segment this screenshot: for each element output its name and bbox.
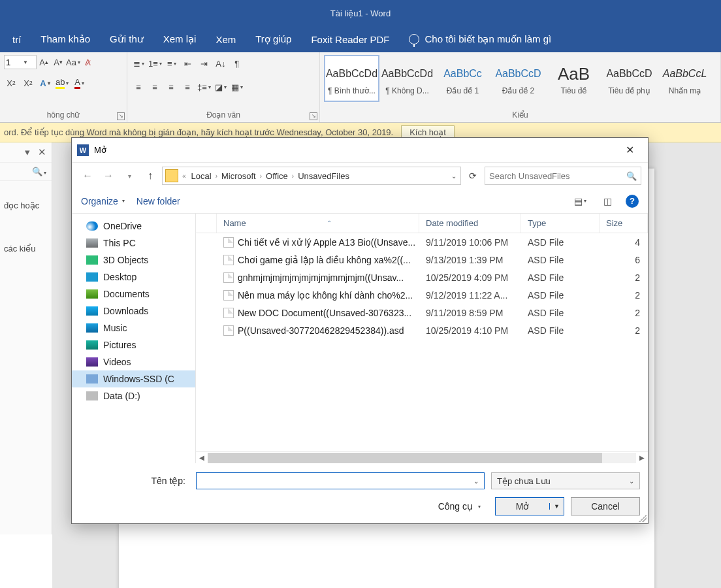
shrink-font-button[interactable]: A▾ (51, 55, 65, 69)
superscript-button[interactable]: X2 (21, 76, 35, 90)
justify-button[interactable]: ≡ (180, 80, 195, 94)
nav-back-button[interactable]: ← (78, 167, 97, 185)
search-box[interactable]: 🔍 (485, 167, 641, 185)
open-split-dropdown[interactable]: ▼ (549, 503, 564, 510)
tree-item[interactable]: Desktop (72, 269, 195, 286)
increase-indent-button[interactable]: ⇥ (197, 56, 212, 71)
horizontal-scrollbar[interactable]: ◀ ▶ (196, 451, 648, 463)
file-row[interactable]: P((Unsaved-307720462829452384)).asd10/25… (196, 321, 648, 339)
text-effects-button[interactable]: A▾ (38, 76, 52, 90)
numbering-button[interactable]: 1≡▾ (148, 56, 163, 71)
ribbon-tab[interactable]: Xem (206, 26, 246, 52)
nav-up-button[interactable]: ↑ (141, 167, 159, 185)
scroll-left-button[interactable]: ◀ (196, 453, 208, 463)
breadcrumb[interactable]: UnsavedFiles (295, 171, 352, 181)
decrease-indent-button[interactable]: ⇤ (181, 56, 195, 71)
tree-item[interactable]: Data (D:) (72, 387, 195, 404)
ribbon-tab[interactable]: Gửi thư (100, 26, 153, 52)
search-input[interactable] (489, 171, 626, 181)
file-row[interactable]: New DOC Document((Unsaved-3076323...9/11… (196, 304, 648, 321)
font-color-button[interactable]: A▾ (72, 76, 86, 90)
dialog-launcher-icon[interactable]: ↘ (117, 112, 125, 120)
tools-menu[interactable]: Công cụ▾ (438, 501, 481, 512)
grow-font-button[interactable]: A▴ (37, 55, 51, 69)
breadcrumb[interactable]: Microsoft (219, 171, 259, 181)
tree-item[interactable]: This PC (72, 235, 195, 252)
subscript-button[interactable]: X2 (4, 76, 18, 90)
styles-gallery[interactable]: AaBbCcDd¶ Bình thườ...AaBbCcDd¶ Không D.… (324, 55, 713, 102)
preview-pane-button[interactable]: ◫ (598, 194, 617, 208)
shading-button[interactable]: ◪▾ (214, 80, 228, 94)
filename-input[interactable] (199, 476, 471, 486)
file-list-header[interactable]: Name⌃ Date modified Type Size (196, 214, 648, 233)
file-row[interactable]: Nên mua máy lọc không khí dành cho%2...9… (196, 286, 648, 304)
align-left-button[interactable]: ≡ (131, 80, 146, 94)
view-options-button[interactable]: ▤ ▾ (571, 194, 589, 208)
col-type[interactable]: Type (521, 214, 600, 233)
style-card[interactable]: AaBbCcDĐầu đề 2 (490, 55, 546, 102)
tree-item[interactable]: Videos (72, 353, 195, 370)
breadcrumb[interactable]: Office (263, 171, 291, 181)
pane-dropdown-icon[interactable]: ▾ (25, 146, 30, 158)
dialog-close-button[interactable]: ✕ (617, 140, 643, 160)
nav-recent-dropdown[interactable]: ▾ (120, 167, 138, 185)
ribbon-tab[interactable]: Foxit Reader PDF (301, 26, 399, 52)
style-card[interactable]: AaBbCcĐầu đề 1 (435, 55, 490, 102)
multilevel-list-button[interactable]: ≡▾ (165, 56, 179, 71)
style-card[interactable]: AaBbCcLNhấn mạ (657, 55, 713, 102)
refresh-button[interactable]: ⟳ (464, 167, 482, 185)
line-spacing-button[interactable]: ‡≡▾ (197, 80, 212, 94)
address-dropdown-icon[interactable]: ⌄ (447, 172, 460, 180)
open-button[interactable]: Mở ▼ (495, 497, 564, 515)
scroll-thumb[interactable] (208, 453, 602, 463)
tree-item[interactable]: 3D Objects (72, 252, 195, 269)
tree-item[interactable]: Pictures (72, 336, 195, 353)
dialog-launcher-icon[interactable]: ↘ (310, 112, 317, 120)
tree-item[interactable]: Documents (72, 286, 195, 302)
breadcrumb[interactable]: Local (189, 171, 214, 181)
tree-item[interactable]: Windows-SSD (C (72, 370, 195, 387)
bullets-button[interactable]: ≣▾ (131, 56, 146, 71)
col-date[interactable]: Date modified (419, 214, 521, 233)
folder-tree[interactable]: OneDriveThis PC3D ObjectsDesktopDocument… (72, 214, 196, 463)
tree-item[interactable]: Downloads (72, 302, 195, 319)
file-type-filter[interactable]: Tệp chưa Lưu⌄ (491, 472, 640, 489)
cancel-button[interactable]: Cancel (571, 497, 640, 515)
file-row[interactable]: Chơi game giả lập là điều không xa%2((..… (196, 251, 648, 269)
resize-grip[interactable] (639, 514, 647, 522)
align-right-button[interactable]: ≡ (164, 80, 178, 94)
address-bar[interactable]: « Local › Microsoft › Office › UnsavedFi… (162, 167, 461, 185)
search-icon[interactable]: 🔍▾ (32, 167, 46, 176)
style-card[interactable]: AaBbCcDTiêu đề phụ (601, 55, 657, 102)
file-list[interactable]: Chi tiết về vi xử lý Apple A13 Bio((Unsa… (196, 233, 648, 451)
scroll-right-button[interactable]: ▶ (636, 453, 648, 463)
show-marks-button[interactable]: ¶ (230, 56, 244, 71)
ribbon-tab[interactable]: Trợ giúp (246, 26, 301, 52)
help-button[interactable]: ? (626, 195, 639, 208)
file-row[interactable]: gnhmjmjmjmjmjmjmjmjmmjmjm((Unsav...10/25… (196, 269, 648, 286)
new-folder-button[interactable]: New folder (136, 196, 180, 206)
col-size[interactable]: Size (600, 214, 648, 233)
borders-button[interactable]: ▦▾ (230, 80, 244, 94)
filename-combo[interactable]: ⌄ (196, 472, 485, 489)
style-card[interactable]: AaBbCcDd¶ Không D... (379, 55, 435, 102)
nav-forward-button[interactable]: → (99, 167, 118, 185)
ribbon-tab[interactable]: Tham khảo (31, 26, 100, 52)
tree-item[interactable]: Music (72, 319, 195, 336)
highlight-color-button[interactable]: ab▾ (55, 76, 69, 90)
align-center-button[interactable]: ≡ (148, 80, 162, 94)
filename-dropdown-icon[interactable]: ⌄ (471, 478, 481, 485)
clear-formatting-button[interactable]: A̷ (81, 55, 95, 69)
pane-close-icon[interactable]: ✕ (38, 146, 46, 158)
style-card[interactable]: AaBTiêu đề (546, 55, 601, 102)
tell-me-search[interactable]: Cho tôi biết bạn muốn làm gì (399, 26, 561, 52)
change-case-button[interactable]: Aa▾ (65, 55, 81, 69)
file-row[interactable]: Chi tiết về vi xử lý Apple A13 Bio((Unsa… (196, 233, 648, 251)
sort-button[interactable]: A↓ (214, 56, 228, 71)
ribbon-tab[interactable]: Xem lại (153, 26, 206, 52)
font-size-combo[interactable]: ▼ (4, 55, 37, 69)
organize-menu[interactable]: Organize▾ (81, 196, 125, 206)
col-name[interactable]: Name (223, 218, 246, 228)
style-card[interactable]: AaBbCcDd¶ Bình thườ... (324, 55, 379, 102)
ribbon-tab[interactable]: trí (3, 26, 31, 52)
